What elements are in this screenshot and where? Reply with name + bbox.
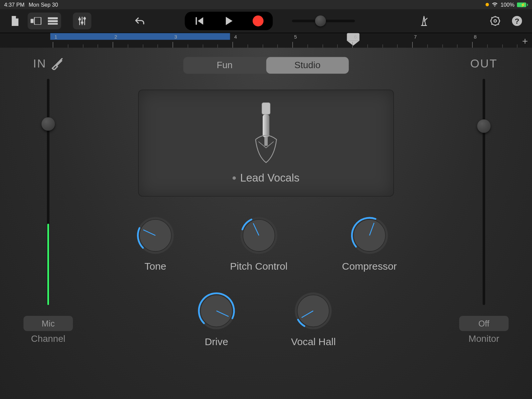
transport-controls: [185, 12, 273, 30]
my-songs-button[interactable]: [6, 13, 24, 29]
tracks-view-button[interactable]: [45, 13, 61, 29]
svg-point-10: [494, 20, 497, 22]
bar-label: 8: [474, 34, 476, 40]
metronome-button[interactable]: [415, 13, 433, 29]
svg-rect-0: [31, 19, 34, 23]
knob-label: Pitch Control: [230, 261, 288, 272]
svg-rect-13: [262, 103, 270, 114]
recording-indicator-icon: [485, 3, 489, 6]
top-toolbar: ?: [0, 9, 532, 33]
preset-name-label: Lead Vocals: [240, 171, 300, 184]
channel-select-button[interactable]: Mic: [24, 316, 73, 331]
in-label: IN: [33, 57, 47, 70]
svg-point-9: [491, 17, 499, 25]
out-label: OUT: [470, 57, 497, 70]
mode-segmented-control: Fun Studio: [183, 57, 349, 73]
go-to-start-button[interactable]: [185, 12, 214, 30]
timeline-ruler[interactable]: 12345678 ＋: [0, 33, 532, 48]
svg-rect-8: [196, 17, 197, 25]
knob-compressor[interactable]: Compressor: [342, 215, 397, 272]
battery-icon: ⚡: [517, 2, 528, 7]
master-volume-slider[interactable]: [292, 20, 376, 22]
knob-label: Compressor: [342, 261, 397, 272]
play-button[interactable]: [214, 12, 243, 30]
segment-studio[interactable]: Studio: [266, 57, 349, 73]
segment-fun[interactable]: Fun: [183, 57, 266, 73]
wifi-icon: [491, 2, 498, 7]
output-column: OUT Off Monitor: [457, 57, 511, 395]
monitor-sublabel: Monitor: [457, 333, 511, 344]
instrument-panel: IN Mic Channel OUT Off Monitor Fun Studi…: [0, 48, 532, 399]
svg-rect-14: [263, 114, 269, 137]
record-button[interactable]: [243, 12, 273, 30]
microphone-icon: [249, 102, 283, 165]
bar-label: 6: [354, 34, 357, 40]
track-controls-button[interactable]: [73, 13, 91, 29]
svg-rect-15: [264, 137, 268, 146]
bar-label: 4: [234, 34, 237, 40]
svg-rect-1: [34, 17, 41, 25]
playhead[interactable]: [347, 33, 359, 48]
knob-vocal-hall[interactable]: Vocal Hall: [291, 291, 335, 347]
knob-tone[interactable]: Tone: [135, 215, 176, 272]
knob-label: Tone: [145, 261, 167, 272]
svg-rect-3: [48, 20, 58, 22]
view-toggle-group: [28, 13, 61, 29]
bar-label: 7: [414, 34, 417, 40]
bar-label: 2: [114, 34, 117, 40]
knob-drive[interactable]: Drive: [196, 291, 236, 347]
help-button[interactable]: ?: [508, 13, 526, 29]
input-column: IN Mic Channel: [21, 57, 75, 395]
monitor-toggle-button[interactable]: Off: [459, 316, 509, 331]
svg-point-7: [83, 17, 86, 20]
knob-label: Drive: [205, 336, 228, 348]
bar-label: 1: [55, 34, 57, 40]
status-bar: 4:37 PM Mon Sep 30 100% ⚡: [0, 0, 532, 9]
svg-rect-4: [48, 23, 58, 25]
knob-pitch-control[interactable]: Pitch Control: [230, 215, 288, 272]
undo-button[interactable]: [130, 13, 149, 29]
preset-selector[interactable]: Lead Vocals: [138, 90, 394, 197]
settings-button[interactable]: [486, 13, 504, 29]
bar-label: 3: [174, 34, 177, 40]
status-date: Mon Sep 30: [29, 1, 58, 8]
add-track-button[interactable]: ＋: [520, 35, 530, 48]
input-gain-slider[interactable]: [47, 79, 50, 305]
bar-label: 5: [294, 34, 297, 40]
browser-view-button[interactable]: [28, 13, 44, 29]
knob-label: Vocal Hall: [291, 336, 335, 348]
cycle-region[interactable]: [50, 33, 230, 40]
status-time: 4:37 PM: [4, 1, 25, 8]
svg-point-5: [78, 18, 81, 21]
svg-point-6: [81, 21, 83, 24]
channel-sublabel: Channel: [21, 333, 75, 344]
output-volume-slider[interactable]: [483, 79, 485, 305]
input-jack-icon: [51, 58, 63, 70]
svg-text:?: ?: [515, 17, 519, 25]
svg-rect-2: [48, 17, 58, 19]
battery-percent: 100%: [500, 1, 514, 8]
